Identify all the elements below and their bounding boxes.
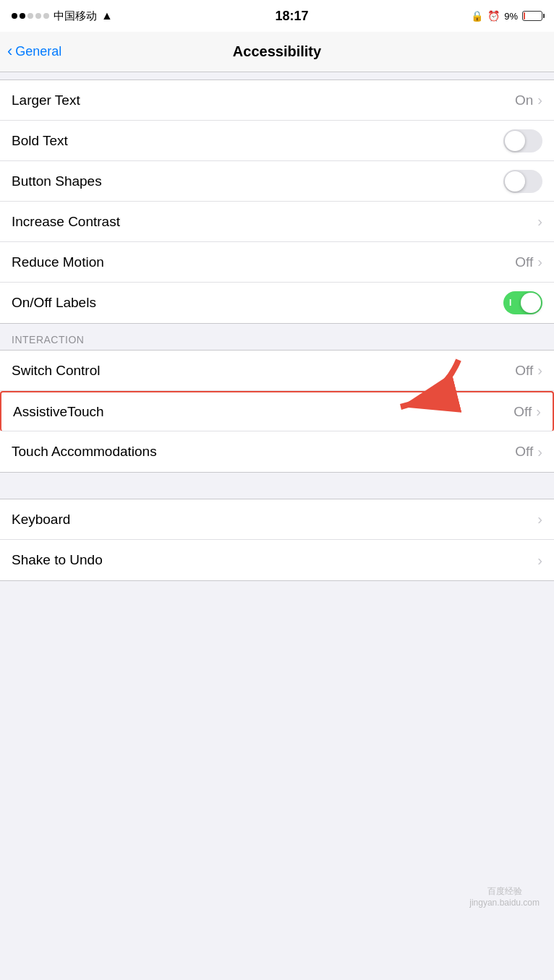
keyboard-chevron-icon: › (537, 511, 542, 528)
increase-contrast-row[interactable]: Increase Contrast › (0, 202, 554, 242)
keyboard-label: Keyboard (12, 512, 70, 528)
bold-text-toggle-knob (505, 131, 525, 151)
signal-dot-1 (12, 13, 17, 19)
signal-dots (12, 13, 49, 19)
increase-contrast-label: Increase Contrast (12, 214, 120, 230)
larger-text-row[interactable]: Larger Text On › (0, 80, 554, 121)
interaction-section-header: INTERACTION (12, 334, 84, 345)
larger-text-right: On › (515, 92, 542, 108)
touch-accommodations-label: Touch Accommodations (12, 444, 157, 460)
bold-text-toggle[interactable] (503, 129, 542, 152)
signal-dot-5 (43, 13, 49, 19)
status-bar: 中国移动 ▲ 18:17 🔒 ⏰ 9% (0, 0, 554, 32)
button-shapes-right (503, 170, 542, 193)
shake-to-undo-chevron-icon: › (537, 552, 542, 569)
status-right: 🔒 ⏰ 9% (471, 10, 542, 22)
reduce-motion-value: Off (515, 254, 533, 270)
switch-control-chevron-icon: › (537, 362, 542, 379)
onoff-labels-row[interactable]: On/Off Labels I (0, 283, 554, 323)
bold-text-right (503, 129, 542, 152)
reduce-motion-label: Reduce Motion (12, 254, 104, 270)
switch-control-value: Off (515, 363, 533, 379)
onoff-labels-toggle-knob (521, 293, 541, 313)
larger-text-label: Larger Text (12, 93, 80, 108)
assistive-touch-chevron-icon: › (536, 403, 541, 420)
button-shapes-toggle-knob (505, 171, 525, 192)
increase-contrast-right: › (537, 213, 542, 230)
keyboard-section-gap (0, 473, 554, 499)
alarm-icon: ⏰ (487, 10, 500, 22)
shake-to-undo-label: Shake to Undo (12, 552, 103, 568)
back-button[interactable]: ‹ General (7, 43, 61, 61)
vision-settings-group: Larger Text On › Bold Text Button Shapes (0, 79, 554, 324)
assistive-touch-value: Off (513, 404, 532, 420)
carrier-text: 中国移动 (54, 9, 97, 23)
page-title: Accessibility (233, 43, 321, 60)
assistive-touch-row[interactable]: AssistiveTouch Off › (0, 391, 554, 431)
larger-text-chevron-icon: › (537, 92, 542, 108)
status-time: 18:17 (276, 9, 309, 24)
reduce-motion-row[interactable]: Reduce Motion Off › (0, 242, 554, 283)
interaction-settings-group: Switch Control Off › AssistiveTouch Off … (0, 350, 554, 473)
shake-to-undo-row[interactable]: Shake to Undo › (0, 540, 554, 580)
toggle-i-label: I (509, 298, 511, 308)
keyboard-settings-group: Keyboard › Shake to Undo › (0, 499, 554, 581)
switch-control-right: Off › (515, 362, 542, 379)
shake-to-undo-right: › (537, 552, 542, 569)
button-shapes-row[interactable]: Button Shapes (0, 161, 554, 202)
keyboard-right: › (537, 511, 542, 528)
signal-dot-4 (35, 13, 41, 19)
lock-icon: 🔒 (471, 10, 483, 22)
bold-text-label: Bold Text (12, 133, 68, 149)
status-left: 中国移动 ▲ (12, 9, 113, 23)
touch-accommodations-chevron-icon: › (537, 444, 542, 460)
reduce-motion-right: Off › (515, 254, 542, 270)
button-shapes-label: Button Shapes (12, 173, 102, 189)
nav-bar: ‹ General Accessibility (0, 32, 554, 72)
watermark: 百度经验jingyan.baidu.com (469, 885, 540, 908)
watermark-text: 百度经验jingyan.baidu.com (469, 886, 540, 908)
onoff-labels-toggle[interactable]: I (503, 291, 542, 314)
touch-accommodations-row[interactable]: Touch Accommodations Off › (0, 431, 554, 472)
assistive-touch-label: AssistiveTouch (13, 404, 104, 420)
battery-fill (524, 12, 525, 20)
signal-dot-3 (27, 13, 33, 19)
signal-dot-2 (20, 13, 25, 19)
assistive-touch-right: Off › (513, 403, 541, 420)
touch-accommodations-value: Off (515, 444, 533, 460)
onoff-labels-label: On/Off Labels (12, 295, 96, 311)
interaction-section-gap: INTERACTION (0, 324, 554, 350)
button-shapes-toggle[interactable] (503, 170, 542, 193)
reduce-motion-chevron-icon: › (537, 254, 542, 270)
back-chevron-icon: ‹ (7, 42, 12, 61)
wifi-icon: ▲ (101, 9, 113, 22)
bold-text-row[interactable]: Bold Text (0, 121, 554, 161)
battery-bar (522, 11, 542, 21)
back-label: General (15, 44, 61, 59)
switch-control-label: Switch Control (12, 363, 101, 379)
vision-section: Larger Text On › Bold Text Button Shapes (0, 79, 554, 324)
touch-accommodations-right: Off › (515, 444, 542, 460)
larger-text-value: On (515, 93, 533, 108)
keyboard-row[interactable]: Keyboard › (0, 499, 554, 540)
increase-contrast-chevron-icon: › (537, 213, 542, 230)
switch-control-row[interactable]: Switch Control Off › (0, 351, 554, 391)
battery-percent: 9% (504, 11, 518, 22)
onoff-labels-right: I (503, 291, 542, 314)
